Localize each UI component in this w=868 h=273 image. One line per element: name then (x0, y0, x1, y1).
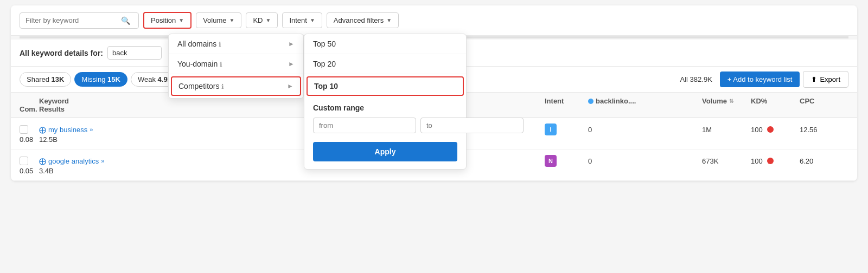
volume-chevron-down-icon: ▼ (229, 17, 235, 23)
kd-cell: 100 (751, 157, 800, 165)
kd-filter-label: KD (253, 16, 263, 24)
export-button[interactable]: ⬆ Export (803, 71, 848, 88)
dropdown-item-all-domains[interactable]: All domains ℹ ► (169, 34, 303, 54)
dropdown-item-competitors[interactable]: Competitors ℹ ► (171, 76, 301, 96)
kd-cell: 100 (751, 126, 800, 134)
all-badge: All 382.9K (680, 75, 712, 83)
export-icon: ⬆ (811, 75, 817, 83)
results-cell: 12.5B (39, 135, 545, 144)
backlinko-cell: 0 (588, 126, 653, 134)
position-dropdown-panel: All domains ℹ ► You-domain ℹ ► Competito… (168, 34, 304, 99)
submenu-top50[interactable]: Top 50 (304, 34, 466, 54)
volume-cell: 673K (702, 157, 751, 165)
kd-column-header: KD% (751, 97, 800, 105)
search-box: 🔍 (20, 12, 139, 29)
volume-cell: 1M (702, 126, 751, 134)
apply-button[interactable]: Apply (313, 142, 457, 161)
custom-range-from-input[interactable] (313, 118, 416, 133)
dropdown-item-you-domain[interactable]: You-domain ℹ ► (169, 54, 303, 74)
intent-badge: I (545, 123, 557, 135)
expand-arrows-icon: » (101, 158, 104, 164)
position-chevron-down-icon: ▼ (178, 17, 184, 23)
expand-arrows-icon: » (90, 126, 93, 133)
tab-missing[interactable]: Missing 15K (74, 72, 127, 87)
intent-cell: N (545, 155, 588, 167)
advanced-filters-label: Advanced filters (334, 16, 384, 24)
filter-bar: 🔍 Position ▼ Volume ▼ KD ▼ Intent ▼ Adva… (11, 5, 857, 36)
add-to-keyword-list-button[interactable]: + Add to keyword list (720, 72, 800, 87)
keyword-cell: ⨁ google analytics » (39, 157, 545, 165)
top10-label: Top 10 (314, 82, 338, 90)
intent-badge: N (545, 155, 557, 167)
custom-range-label: Custom range (304, 98, 466, 115)
position-submenu-panel: Top 50 Top 20 Top 10 Custom range Apply (304, 34, 467, 170)
advanced-filters-chevron-down-icon: ▼ (386, 17, 392, 23)
submenu-top20[interactable]: Top 20 (304, 54, 466, 74)
results-cell: 3.4B (39, 167, 545, 175)
page-wrapper: 🔍 Position ▼ Volume ▼ KD ▼ Intent ▼ Adva… (11, 5, 857, 181)
intent-column-header: Intent (545, 97, 588, 105)
add-keyword-label: + Add to keyword list (727, 75, 793, 83)
cpc-cell: 12.56 (800, 126, 848, 134)
intent-cell: I (545, 123, 588, 135)
info-icon: ℹ (221, 83, 224, 90)
top50-label: Top 50 (313, 40, 336, 48)
apply-label: Apply (375, 147, 396, 156)
kd-dot-icon (767, 158, 774, 164)
intent-filter-label: Intent (289, 16, 307, 24)
cpc-column-header: CPC (800, 97, 848, 105)
custom-range-inputs (304, 115, 466, 140)
position-filter-button[interactable]: Position ▼ (143, 12, 192, 29)
com-column-header: Com. (20, 105, 39, 113)
row-checkbox[interactable] (20, 125, 28, 134)
checkbox-header (20, 97, 39, 105)
top20-label: Top 20 (313, 60, 336, 68)
chevron-right-icon: ► (288, 60, 295, 68)
kd-chevron-down-icon: ▼ (266, 17, 271, 23)
volume-column-header: Volume ⇅ (702, 97, 751, 105)
backlinko-cell: 0 (588, 157, 653, 165)
submenu-top10[interactable]: Top 10 (307, 76, 464, 96)
info-icon: ℹ (219, 41, 221, 48)
chevron-right-icon: ► (287, 82, 293, 90)
backlinko-column-header: backlinko.... (588, 97, 653, 105)
custom-range-to-input[interactable] (420, 118, 524, 133)
keyword-details-label: All keyword details for: (20, 49, 103, 57)
intent-filter-button[interactable]: Intent ▼ (282, 12, 322, 28)
results-column-header: Results (39, 105, 545, 113)
position-column-header (653, 97, 702, 105)
volume-filter-label: Volume (203, 16, 226, 24)
you-domain-label: You-domain ℹ (177, 60, 222, 68)
volume-filter-button[interactable]: Volume ▼ (196, 12, 241, 28)
keyword-link[interactable]: ⨁ google analytics » (39, 157, 545, 165)
keyword-input[interactable] (107, 46, 162, 60)
add-circle-icon: ⨁ (39, 126, 46, 134)
competitors-label: Competitors ℹ (178, 82, 224, 90)
position-filter-label: Position (151, 16, 176, 24)
kd-dot-icon (767, 126, 774, 133)
search-input[interactable] (25, 16, 118, 24)
com-cell: 0.08 (20, 135, 39, 144)
com-cell: 0.05 (20, 167, 39, 175)
backlinko-dot-icon (588, 99, 593, 104)
tab-shared[interactable]: Shared 13K (20, 72, 71, 87)
chevron-right-icon: ► (288, 40, 295, 48)
search-icon-button[interactable]: 🔍 (121, 16, 130, 25)
all-domains-label: All domains ℹ (177, 40, 221, 48)
add-circle-icon: ⨁ (39, 157, 46, 165)
intent-chevron-down-icon: ▼ (310, 17, 315, 23)
info-icon: ℹ (220, 61, 222, 68)
export-label: Export (820, 75, 840, 83)
row-checkbox[interactable] (20, 157, 28, 165)
advanced-filters-button[interactable]: Advanced filters ▼ (327, 12, 399, 28)
kd-filter-button[interactable]: KD ▼ (246, 12, 278, 28)
cpc-cell: 6.20 (800, 157, 848, 165)
